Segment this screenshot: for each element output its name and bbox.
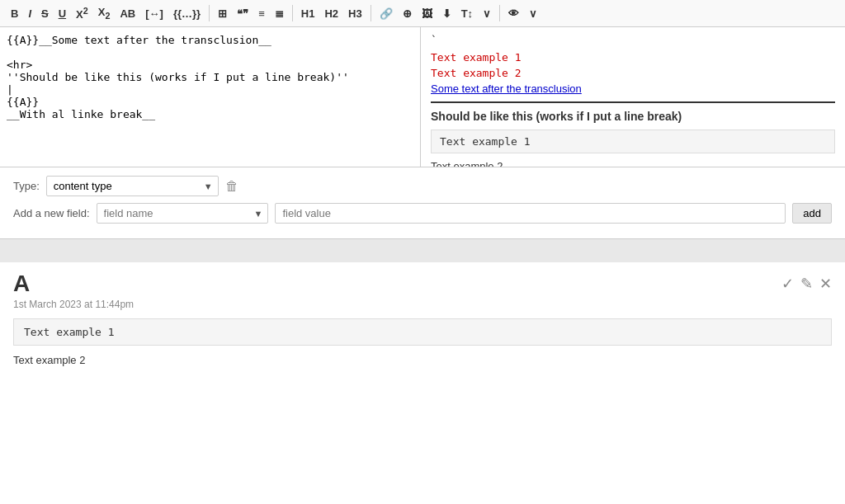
section-a-date: 1st March 2023 at 11:44pm xyxy=(13,299,832,310)
section-a-code-box: Text example 1 xyxy=(13,318,832,346)
editor-left-panel: {{A}}__Some text after the transclusion_… xyxy=(0,27,421,167)
type-field-row: Type: ▼ 🗑 xyxy=(13,176,832,196)
download-button[interactable]: ⬇ xyxy=(438,5,456,22)
fields-area: Type: ▼ 🗑 Add a new field: ▼ add xyxy=(0,167,845,239)
editor-toolbar: B I S U X2 X2 AB [↔] {{…}} ⊞ ❝❞ ≡ ≣ H1 H… xyxy=(0,0,845,27)
preview-plain: Text example 2 xyxy=(431,160,835,167)
preview-heading: Should be like this (works if I put a li… xyxy=(431,110,835,123)
editor-textarea[interactable]: {{A}}__Some text after the transclusion_… xyxy=(0,27,420,167)
table-button[interactable]: ⊞ xyxy=(214,5,231,22)
preview-panel: ` Text example 1 Text example 2 Some tex… xyxy=(421,27,845,167)
add-field-label: Add a new field: xyxy=(13,207,90,219)
ul-button[interactable]: ≡ xyxy=(254,5,269,22)
superscript-button[interactable]: X2 xyxy=(72,3,92,23)
more-toolbar-button[interactable]: ∨ xyxy=(479,5,495,22)
field-name-container: ▼ xyxy=(97,203,269,224)
section-a-letter: A xyxy=(13,272,30,295)
add-field-button[interactable]: add xyxy=(792,203,832,224)
bold-button[interactable]: B xyxy=(7,5,22,22)
subscript-button[interactable]: X2 xyxy=(94,3,115,23)
section-a-check-button[interactable]: ✓ xyxy=(781,275,794,293)
preview-tick: ` xyxy=(431,34,835,46)
section-a-close-button[interactable]: ✕ xyxy=(819,275,832,293)
type-input[interactable] xyxy=(47,177,199,195)
toolbar-separator-3 xyxy=(371,5,371,21)
add-field-row: Add a new field: ▼ add xyxy=(13,203,832,224)
h1-button[interactable]: H1 xyxy=(297,5,319,22)
ol-button[interactable]: ≣ xyxy=(271,5,288,22)
field-value-input[interactable] xyxy=(275,203,786,224)
gray-separator-band xyxy=(0,239,845,262)
text-format-button[interactable]: T↕ xyxy=(457,5,477,22)
type-input-container: ▼ xyxy=(46,176,219,196)
italic-button[interactable]: I xyxy=(24,5,35,22)
preview-code-box: Text example 1 xyxy=(431,130,835,153)
h2-button[interactable]: H2 xyxy=(320,5,342,22)
toolbar-separator-2 xyxy=(292,5,293,21)
toolbar-separator-1 xyxy=(209,5,210,21)
underline-button[interactable]: U xyxy=(54,5,70,22)
preview-button[interactable]: 👁 xyxy=(504,5,523,22)
preview-red2: Text example 2 xyxy=(431,67,835,79)
transclusion-button[interactable]: ⊕ xyxy=(399,5,416,22)
section-a-plain: Text example 2 xyxy=(13,354,832,366)
preview-red1: Text example 1 xyxy=(431,51,835,64)
editor-area: {{A}}__Some text after the transclusion_… xyxy=(0,27,845,167)
strikethrough-button[interactable]: S xyxy=(37,5,53,22)
image-button[interactable]: 🖼 xyxy=(418,5,437,22)
blockquote-button[interactable]: ❝❞ xyxy=(233,5,253,22)
uppercase-button[interactable]: AB xyxy=(116,5,139,22)
section-a-actions: ✓ ✎ ✕ xyxy=(781,275,832,293)
type-delete-icon[interactable]: 🗑 xyxy=(225,179,238,194)
section-a-header: A ✓ ✎ ✕ xyxy=(13,272,832,295)
field-name-dropdown-arrow[interactable]: ▼ xyxy=(249,205,268,222)
type-label: Type: xyxy=(13,180,40,192)
h3-button[interactable]: H3 xyxy=(344,5,366,22)
preview-hr xyxy=(431,101,835,103)
toolbar-separator-4 xyxy=(499,5,500,21)
link-button[interactable]: 🔗 xyxy=(375,5,397,22)
type-dropdown-arrow[interactable]: ▼ xyxy=(199,178,218,195)
preview-more-button[interactable]: ∨ xyxy=(525,5,541,22)
section-a-edit-button[interactable]: ✎ xyxy=(800,275,813,293)
preview-transclusion-link[interactable]: Some text after the transclusion xyxy=(431,82,582,95)
field-name-input[interactable] xyxy=(97,204,249,223)
special1-button[interactable]: [↔] xyxy=(141,5,168,22)
section-a: A ✓ ✎ ✕ 1st March 2023 at 11:44pm Text e… xyxy=(0,262,845,366)
special2-button[interactable]: {{…}} xyxy=(169,5,205,22)
